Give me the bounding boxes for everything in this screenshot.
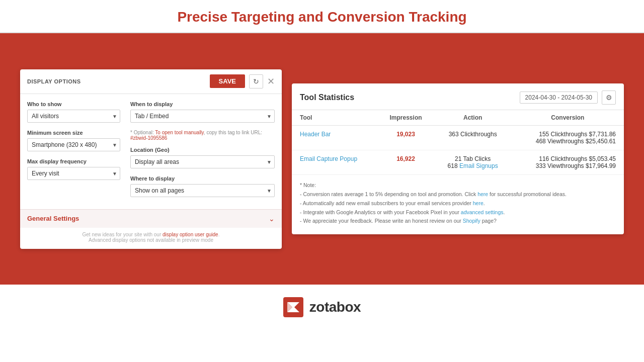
min-screen-size-group: Minimum screen size Smartphone (320 x 48… — [27, 130, 120, 151]
email-provider-link[interactable]: here — [473, 200, 484, 206]
who-to-show-label: Who to show — [27, 101, 120, 107]
location-geo-select-wrapper: Display all areas Specific countries Spe… — [130, 155, 275, 168]
chevron-down-icon: ⌄ — [269, 215, 275, 223]
panel-title: DISPLAY OPTIONS — [27, 78, 81, 84]
zotabox-logo-icon: Z — [283, 297, 303, 317]
left-column: Who to show All visitors New visitors Re… — [27, 101, 120, 204]
stats-title: Tool Statistics — [300, 93, 354, 102]
where-to-display-group: Where to display Show on all pages Speci… — [130, 175, 275, 197]
save-button[interactable]: SAVE — [210, 74, 245, 88]
footer-line2: Advanced display options not available i… — [27, 237, 275, 243]
note-line4: - We appreciate your feedback. Please wr… — [300, 217, 616, 226]
table-row: Header Bar 19,023 363 Clickthroughs 155 … — [292, 126, 624, 150]
display-option-user-guide-link[interactable]: display option user guide — [163, 232, 218, 237]
action-cell: 21 Tab Clicks 618 Email Signups — [434, 150, 512, 175]
note-line2: - Automatically add new email subscriber… — [300, 199, 616, 208]
main-content-area: DISPLAY OPTIONS SAVE ↻ ✕ Who to show All… — [0, 33, 644, 285]
where-to-display-label: Where to display — [130, 175, 275, 182]
impression-value: 19,023 — [396, 131, 415, 138]
general-settings-label: General Settings — [27, 215, 79, 222]
where-to-display-select-wrapper: Show on all pages Specific pages Homepag… — [130, 184, 275, 197]
impression-cell: 16,922 — [378, 150, 434, 175]
header-bar-link[interactable]: Header Bar — [300, 131, 331, 138]
impression-value: 16,922 — [396, 155, 415, 162]
page-title: Precise Targeting and Conversion Trackin… — [0, 9, 644, 25]
panel-body: Who to show All visitors New visitors Re… — [20, 94, 282, 209]
location-geo-group: Location (Geo) Display all areas Specifi… — [130, 147, 275, 168]
panel-header: DISPLAY OPTIONS SAVE ↻ ✕ — [20, 69, 282, 94]
table-header-row: Tool Impression Action Conversion — [292, 110, 624, 126]
col-impression: Impression — [378, 110, 434, 126]
min-screen-size-select-wrapper: Smartphone (320 x 480) Tablet (768 x 102… — [27, 138, 120, 151]
who-to-show-select-wrapper: All visitors New visitors Returning visi… — [27, 110, 120, 123]
note-line1: - Conversion rates average 1 to 5% depen… — [300, 190, 616, 199]
right-column: When to display Tab / Embed On load On s… — [130, 101, 275, 204]
conversion-cell: 155 Clickthroughs $7,731.86 468 Viewthro… — [512, 126, 624, 150]
where-to-display-select[interactable]: Show on all pages Specific pages Homepag… — [130, 184, 275, 197]
close-button[interactable]: ✕ — [267, 77, 275, 86]
open-tool-manually-link[interactable]: To open tool manually — [155, 130, 204, 135]
notes-section: * Note: - Conversion rates average 1 to … — [292, 174, 624, 232]
impression-cell: 19,023 — [378, 126, 434, 150]
when-to-display-select-wrapper: Tab / Embed On load On scroll On exit ▼ — [130, 110, 275, 123]
advanced-settings-link[interactable]: advanced settings — [461, 209, 504, 215]
note-line3: - Integrate with Google Analytics or wit… — [300, 208, 616, 217]
note-heading: * Note: — [300, 181, 616, 190]
refresh-button[interactable]: ↻ — [249, 74, 263, 88]
col-tool: Tool — [292, 110, 378, 126]
who-to-show-select[interactable]: All visitors New visitors Returning visi… — [27, 110, 120, 123]
email-capture-popup-link[interactable]: Email Capture Popup — [300, 155, 357, 162]
tool-name-cell: Email Capture Popup — [292, 150, 378, 175]
promo-ideas-link[interactable]: here — [477, 191, 488, 197]
optional-note: * Optional: To open tool manually, copy … — [130, 130, 275, 141]
date-range-badge: 2024-04-30 - 2024-05-30 — [520, 92, 598, 104]
location-geo-select[interactable]: Display all areas Specific countries Spe… — [130, 155, 275, 168]
action-cell: 363 Clickthroughs — [434, 126, 512, 150]
conversion-cell: 116 Clickthroughs $5,053.45 333 Viewthro… — [512, 150, 624, 175]
shopify-review-link[interactable]: Shopify — [463, 218, 480, 224]
stats-panel: Tool Statistics 2024-04-30 - 2024-05-30 … — [292, 83, 624, 234]
when-to-display-select[interactable]: Tab / Embed On load On scroll On exit — [130, 110, 275, 123]
tool-tag-link[interactable]: #zbwid-1095586 — [130, 135, 167, 141]
table-row: Email Capture Popup 16,922 21 Tab Clicks… — [292, 150, 624, 175]
panel-footer: Get new ideas for your site with our dis… — [20, 228, 282, 249]
max-display-freq-label: Max display frequency — [27, 158, 120, 164]
tool-name-cell: Header Bar — [292, 126, 378, 150]
min-screen-size-label: Minimum screen size — [27, 130, 120, 136]
settings-gear-button[interactable]: ⚙ — [602, 90, 616, 105]
page-header: Precise Targeting and Conversion Trackin… — [0, 0, 644, 33]
when-to-display-group: When to display Tab / Embed On load On s… — [130, 101, 275, 123]
col-action: Action — [434, 110, 512, 126]
stats-table: Tool Impression Action Conversion Header… — [292, 110, 624, 174]
max-display-freq-select-wrapper: Every visit Once per day Once per week ▼ — [27, 167, 120, 180]
col-conversion: Conversion — [512, 110, 624, 126]
stats-header: Tool Statistics 2024-04-30 - 2024-05-30 … — [292, 83, 624, 110]
who-to-show-group: Who to show All visitors New visitors Re… — [27, 101, 120, 123]
max-display-freq-select[interactable]: Every visit Once per day Once per week — [27, 167, 120, 180]
page-footer: Z zotabox — [0, 285, 644, 330]
max-display-freq-group: Max display frequency Every visit Once p… — [27, 158, 120, 180]
footer-line1: Get new ideas for your site with our dis… — [27, 232, 275, 237]
min-screen-size-select[interactable]: Smartphone (320 x 480) Tablet (768 x 102… — [27, 138, 120, 151]
general-settings-bar[interactable]: General Settings ⌄ — [20, 209, 282, 228]
svg-text:Z: Z — [291, 303, 296, 312]
display-options-panel: DISPLAY OPTIONS SAVE ↻ ✕ Who to show All… — [20, 69, 282, 249]
date-range-wrapper: 2024-04-30 - 2024-05-30 ⚙ — [520, 90, 616, 105]
when-to-display-label: When to display — [130, 101, 275, 107]
email-signups-link[interactable]: Email Signups — [459, 162, 498, 169]
brand-name: zotabox — [309, 299, 361, 315]
header-actions: SAVE ↻ ✕ — [210, 74, 275, 88]
location-geo-label: Location (Geo) — [130, 147, 275, 153]
